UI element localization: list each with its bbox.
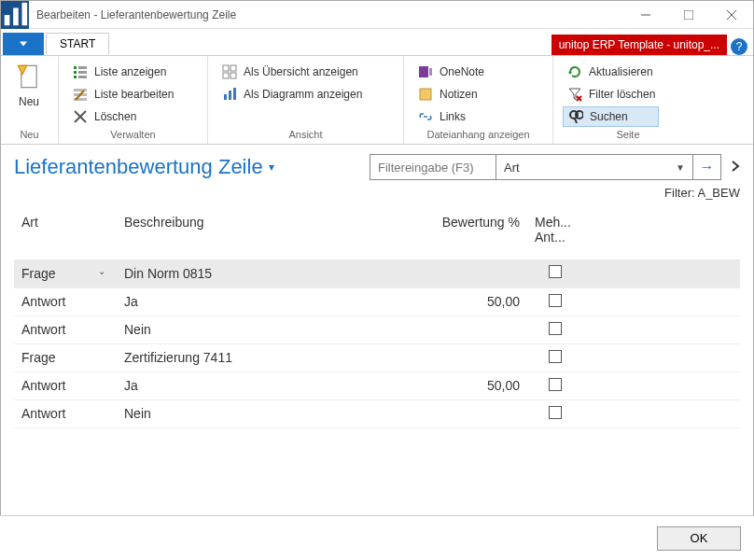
list-edit-icon — [72, 86, 89, 103]
filter-field-dropdown[interactable]: Art ▼ — [496, 155, 692, 179]
col-art[interactable]: Art — [14, 209, 117, 259]
cell-checkbox[interactable] — [527, 315, 583, 343]
cell-beschreibung[interactable]: Nein — [117, 399, 425, 427]
cell-bewertung[interactable] — [425, 399, 527, 427]
page-header: Lieferantenbewertung Zeile ▾ Art ▼ → — [1, 145, 753, 186]
liste-anzeigen-button[interactable]: Liste anzeigen — [68, 62, 177, 82]
loeschen-button[interactable]: Löschen — [68, 106, 177, 127]
filter-loeschen-label: Filter löschen — [589, 88, 655, 101]
cell-checkbox[interactable] — [527, 343, 583, 371]
group-ansicht-label: Ansicht — [217, 127, 394, 144]
table-row[interactable]: AntwortJa50,00 — [14, 371, 740, 399]
svg-rect-11 — [78, 66, 87, 69]
delete-icon — [72, 108, 89, 125]
environment-badge: unitop ERP Template - unitop_... — [552, 35, 727, 55]
tab-strip: START unitop ERP Template - unitop_... ? — [1, 29, 753, 55]
search-icon — [567, 108, 584, 125]
table-row[interactable]: AntwortNein — [14, 315, 740, 343]
help-icon[interactable]: ? — [731, 38, 747, 55]
svg-rect-4 — [684, 10, 693, 20]
svg-rect-10 — [74, 66, 77, 69]
checkbox[interactable] — [549, 265, 562, 278]
filter-apply-button[interactable]: → — [693, 154, 721, 180]
svg-marker-32 — [568, 72, 572, 75]
cell-checkbox[interactable] — [527, 259, 583, 287]
ribbon: Neu Neu Liste anzeigen Liste bearbeiten … — [1, 55, 753, 145]
cell-bewertung[interactable] — [425, 259, 527, 287]
cell-beschreibung[interactable]: Nein — [117, 315, 425, 343]
svg-rect-31 — [420, 89, 431, 100]
cell-beschreibung[interactable]: Din Norm 0815 — [117, 259, 425, 287]
close-button[interactable] — [710, 1, 753, 29]
data-grid: Art Beschreibung Bewertung % Meh... Ant.… — [1, 209, 753, 428]
checkbox[interactable] — [549, 322, 562, 335]
minimize-button[interactable] — [624, 1, 667, 29]
cell-art[interactable]: Antwort — [14, 315, 117, 343]
checkbox[interactable] — [549, 294, 562, 307]
filter-loeschen-button[interactable]: Filter löschen — [563, 84, 659, 105]
suchen-button[interactable]: Suchen — [563, 106, 659, 127]
cell-bewertung[interactable]: 50,00 — [425, 287, 527, 315]
liste-bearbeiten-button[interactable]: Liste bearbeiten — [68, 84, 177, 105]
link-icon — [417, 108, 434, 125]
col-meh[interactable]: Meh... Ant... — [527, 209, 583, 259]
cell-art[interactable]: Antwort — [14, 371, 117, 399]
cell-beschreibung[interactable]: Ja — [117, 371, 425, 399]
group-verwalten-label: Verwalten — [68, 127, 198, 144]
chart-icon — [221, 86, 238, 103]
table-row[interactable]: FrageZertifizierung 7411 — [14, 343, 740, 371]
checkbox[interactable] — [549, 378, 562, 391]
ok-button[interactable]: OK — [657, 526, 741, 551]
filter-input[interactable] — [370, 155, 496, 179]
table-row[interactable]: AntwortNein — [14, 399, 740, 427]
als-uebersicht-anzeigen-button[interactable]: Als Übersicht anzeigen — [217, 62, 366, 82]
svg-rect-25 — [230, 73, 236, 78]
onenote-icon — [417, 63, 434, 80]
group-seite-label: Seite — [563, 127, 693, 144]
notizen-button[interactable]: Notizen — [413, 84, 488, 105]
als-diagramm-label: Als Diagramm anzeigen — [244, 88, 362, 101]
neu-button[interactable]: Neu — [10, 60, 48, 127]
svg-rect-24 — [223, 73, 229, 78]
links-label: Links — [440, 110, 466, 123]
cell-bewertung[interactable] — [425, 343, 527, 371]
tab-start[interactable]: START — [46, 33, 109, 55]
file-menu[interactable] — [3, 33, 44, 55]
filter-box: Art ▼ — [370, 154, 693, 180]
page-title: Lieferantenbewertung Zeile — [14, 155, 263, 179]
cell-art[interactable]: Frage⌄ — [14, 259, 117, 287]
svg-rect-1 — [13, 7, 19, 25]
table-row[interactable]: AntwortJa50,00 — [14, 287, 740, 315]
cell-beschreibung[interactable]: Zertifizierung 7411 — [117, 343, 425, 371]
page-title-dropdown-icon[interactable]: ▾ — [269, 161, 274, 174]
cell-art[interactable]: Antwort — [14, 399, 117, 427]
svg-rect-26 — [224, 94, 227, 100]
checkbox[interactable] — [549, 406, 562, 419]
col-bewertung[interactable]: Bewertung % — [425, 209, 527, 259]
maximize-button[interactable] — [667, 1, 710, 29]
cell-checkbox[interactable] — [527, 399, 583, 427]
cell-checkbox[interactable] — [527, 287, 583, 315]
onenote-button[interactable]: OneNote — [413, 62, 488, 82]
filter-status: Filter: A_BEW — [1, 186, 753, 209]
cell-bewertung[interactable]: 50,00 — [425, 371, 527, 399]
cell-art[interactable]: Frage — [14, 343, 117, 371]
expand-chevron-icon[interactable] — [731, 160, 740, 175]
col-beschreibung[interactable]: Beschreibung — [117, 209, 425, 259]
neu-label: Neu — [19, 95, 39, 108]
checkbox[interactable] — [549, 350, 562, 363]
cell-art[interactable]: Antwort — [14, 287, 117, 315]
clear-filter-icon — [566, 86, 583, 103]
title-bar: Bearbeiten - Lieferantenbewertung Zeile — [1, 1, 753, 29]
cell-bewertung[interactable] — [425, 315, 527, 343]
table-row[interactable]: Frage⌄Din Norm 0815 — [14, 259, 740, 287]
als-diagramm-anzeigen-button[interactable]: Als Diagramm anzeigen — [217, 84, 366, 105]
cell-checkbox[interactable] — [527, 371, 583, 399]
chevron-down-icon[interactable]: ⌄ — [98, 266, 105, 276]
aktualisieren-button[interactable]: Aktualisieren — [563, 62, 659, 82]
links-button[interactable]: Links — [413, 106, 488, 127]
cell-beschreibung[interactable]: Ja — [117, 287, 425, 315]
svg-rect-30 — [429, 68, 432, 76]
svg-rect-13 — [78, 71, 87, 74]
filter-field-value: Art — [504, 161, 520, 175]
